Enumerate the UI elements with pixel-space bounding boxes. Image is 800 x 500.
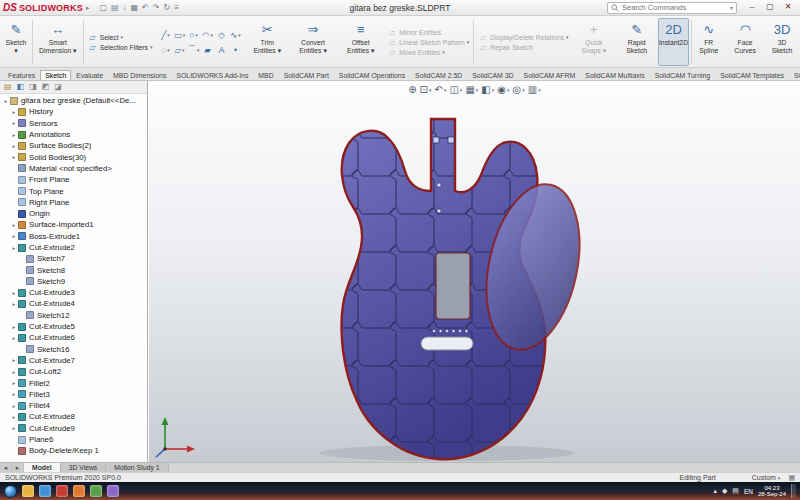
tree-item-plane6[interactable]: Plane6 xyxy=(0,434,147,445)
tree-item-cut-extrude9[interactable]: ▸Cut-Extrude9 xyxy=(0,423,147,434)
zoom-to-area-button[interactable]: ⊡▾ xyxy=(420,84,432,95)
taskbar-file-explorer-icon[interactable] xyxy=(22,485,34,497)
new-document-icon[interactable]: ▢ xyxy=(99,2,107,14)
start-button[interactable] xyxy=(4,485,17,498)
sketch-entity-circle[interactable]: ○▾ xyxy=(187,27,201,42)
ribbon-button-instant2d[interactable]: 2DInstant2D xyxy=(658,18,688,66)
open-icon[interactable]: ▤ xyxy=(111,2,119,14)
tree-item-solid-bodies-30[interactable]: ▸Solid Bodies(30) xyxy=(0,151,147,162)
display-manager-tab[interactable]: ◪ xyxy=(54,81,62,93)
tree-item-boss-extrude1[interactable]: ▸Boss-Extrude1 xyxy=(0,231,147,242)
view-orientation-button[interactable]: ▦▾ xyxy=(465,84,478,95)
view-settings-button[interactable]: ▥▾ xyxy=(528,84,541,95)
tree-item-cut-extrude4[interactable]: ▸Cut-Extrude4 xyxy=(0,298,147,309)
ribbon-tab-solidcam-3d[interactable]: SolidCAM 3D xyxy=(467,70,518,80)
ribbon-tab-evaluate[interactable]: Evaluate xyxy=(71,70,108,80)
expand-arrow-icon[interactable]: ▸ xyxy=(10,120,18,126)
sketch-entity-polygon[interactable]: ◇ xyxy=(215,27,229,42)
sketch-entity-point[interactable]: • xyxy=(229,42,243,57)
tree-item-cut-extrude6[interactable]: ▸Cut-Extrude6 xyxy=(0,332,147,343)
taskbar-clock[interactable]: 04:23 28-Sep-24 xyxy=(758,485,786,498)
expand-arrow-icon[interactable]: ▸ xyxy=(10,154,18,160)
ribbon-button-rapid-sketch[interactable]: ✎Rapid Sketch xyxy=(617,18,657,66)
save-icon[interactable]: ↓ xyxy=(123,2,127,14)
taskbar-settings-icon[interactable] xyxy=(107,485,119,497)
expand-arrow-icon[interactable]: ▸ xyxy=(10,245,18,251)
status-grid-icon[interactable]: ▦ xyxy=(788,474,795,482)
maximize-button[interactable]: ▢ xyxy=(761,1,779,14)
bottom-tab-motion-study-1[interactable]: Motion Study 1 xyxy=(106,463,168,472)
ribbon-tab-features[interactable]: Features xyxy=(3,70,40,80)
print-icon[interactable]: ▦ xyxy=(131,2,139,14)
expand-arrow-icon[interactable]: ▸ xyxy=(10,369,18,375)
ribbon-button-select[interactable]: ▱Select▾ xyxy=(87,33,154,42)
ribbon-button-quick-snaps[interactable]: +Quick Snaps ▾ xyxy=(573,18,615,66)
dimxpert-manager-tab[interactable]: ◩ xyxy=(42,81,50,93)
tree-item-gitara-bez-greske-default-de[interactable]: ▸gitara bez greske (Default<<De... xyxy=(0,95,147,106)
expand-arrow-icon[interactable]: ▸ xyxy=(10,290,18,296)
display-style-button[interactable]: ◧▾ xyxy=(481,84,494,95)
ribbon-button-offset-entities[interactable]: ≡Offset Entities ▾ xyxy=(338,18,383,66)
ribbon-button-linear-sketch-pattern[interactable]: ▱Linear Sketch Pattern▾ xyxy=(386,38,470,47)
taskbar-media-player-icon[interactable] xyxy=(73,485,85,497)
hide-show-items-button[interactable]: ◉▾ xyxy=(497,84,509,95)
ribbon-tab-mbd[interactable]: MBD xyxy=(253,70,278,80)
tree-item-cut-extrude2[interactable]: ▸Cut-Extrude2 xyxy=(0,242,147,253)
bottom-tab-model[interactable]: Model xyxy=(24,463,61,472)
expand-arrow-icon[interactable]: ▸ xyxy=(10,335,18,341)
ribbon-tab-solidcam-templates[interactable]: SolidCAM Templates xyxy=(715,70,789,80)
previous-view-button[interactable]: ↶▾ xyxy=(435,84,447,95)
expand-arrow-icon[interactable]: ▸ xyxy=(10,391,18,397)
sketch-entity-line[interactable]: ╱▾ xyxy=(159,27,173,42)
feature-manager-tab[interactable]: ▤ xyxy=(4,81,12,93)
tree-item-history[interactable]: ▸History xyxy=(0,106,147,117)
ribbon-button-smart-dimension[interactable]: ↔Smart Dimension ▾ xyxy=(35,18,81,66)
search-input[interactable] xyxy=(622,3,727,12)
ribbon-button-display-delete-relations[interactable]: ▱Display/Delete Relations▾ xyxy=(477,33,570,42)
tree-item-fillet2[interactable]: ▸Fillet2 xyxy=(0,377,147,388)
ribbon-tab-solidcam-part[interactable]: SolidCAM Part xyxy=(279,70,334,80)
ribbon-button-selection-filters[interactable]: ▱Selection Filters▾ xyxy=(87,43,154,52)
tab-scroll-left[interactable]: ◂ xyxy=(0,463,12,472)
ribbon-button-sketch[interactable]: ✎Sketch ▾ xyxy=(2,18,30,66)
units-dropdown[interactable]: Custom ▾ xyxy=(752,474,781,481)
ribbon-button-3d-sketch[interactable]: 3D3D Sketch xyxy=(766,18,798,66)
search-dropdown-icon[interactable]: ▾ xyxy=(730,4,733,11)
tree-item-right-plane[interactable]: Right Plane xyxy=(0,197,147,208)
show-hidden-icons-icon[interactable]: ▴ xyxy=(713,486,717,496)
language-indicator[interactable]: EN xyxy=(744,488,753,495)
bottom-tab-3d-views[interactable]: 3D Views xyxy=(61,463,107,472)
tree-item-fillet4[interactable]: ▸Fillet4 xyxy=(0,400,147,411)
tree-item-top-plane[interactable]: Top Plane xyxy=(0,185,147,196)
graphics-area[interactable]: ⊕⊡▾↶▾◫▾▦▾◧▾◉▾◎▾▥▾ xyxy=(149,81,800,462)
ribbon-button-fr-spline[interactable]: ∿FR Spline xyxy=(693,18,724,66)
section-view-button[interactable]: ◫▾ xyxy=(449,84,462,95)
tree-item-cut-extrude7[interactable]: ▸Cut-Extrude7 xyxy=(0,355,147,366)
tree-item-sketch8[interactable]: Sketch8 xyxy=(0,264,147,275)
rebuild-icon[interactable]: ↻ xyxy=(164,2,171,14)
redo-icon[interactable]: ↷ xyxy=(153,2,160,14)
sketch-entity-ellipse[interactable]: ◌▾ xyxy=(159,42,173,57)
expand-arrow-icon[interactable]: ▸ xyxy=(10,403,18,409)
tree-item-cut-extrude8[interactable]: ▸Cut-Extrude8 xyxy=(0,411,147,422)
network-icon[interactable]: ◆ xyxy=(722,486,727,496)
tree-item-cut-extrude5[interactable]: ▸Cut-Extrude5 xyxy=(0,321,147,332)
tree-item-sketch7[interactable]: Sketch7 xyxy=(0,253,147,264)
ribbon-button-trim-entities[interactable]: ✂Trim Entities ▾ xyxy=(247,18,288,66)
ribbon-button-repair-sketch[interactable]: ▱Repair Sketch xyxy=(477,43,570,52)
edit-appearance-button[interactable]: ◎▾ xyxy=(513,84,525,95)
sketch-entity-rectangle[interactable]: ▭▾ xyxy=(173,27,187,42)
expand-arrow-icon[interactable]: ▸ xyxy=(10,425,18,431)
expand-arrow-icon[interactable]: ▸ xyxy=(10,143,18,149)
taskbar-solidworks-icon[interactable] xyxy=(56,485,68,497)
configuration-manager-tab[interactable]: ◨ xyxy=(29,81,37,93)
expand-arrow-icon[interactable]: ▸ xyxy=(10,380,18,386)
zoom-to-fit-button[interactable]: ⊕ xyxy=(408,84,416,95)
volume-icon[interactable]: ▤ xyxy=(732,486,739,496)
sketch-entity-arc[interactable]: ◠▾ xyxy=(201,27,215,42)
show-desktop-button[interactable] xyxy=(791,484,796,498)
taskbar-browser-icon[interactable] xyxy=(39,485,51,497)
tree-item-cut-extrude3[interactable]: ▸Cut-Extrude3 xyxy=(0,287,147,298)
tree-item-front-plane[interactable]: Front Plane xyxy=(0,174,147,185)
ribbon-button-mirror-entities[interactable]: ▱Mirror Entities xyxy=(386,28,470,37)
